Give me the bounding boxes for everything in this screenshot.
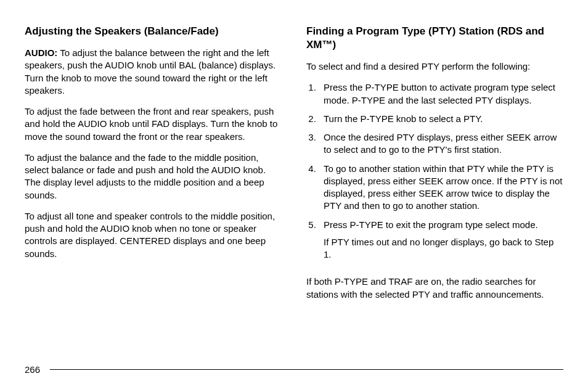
right-column: Finding a Program Type (PTY) Station (RD… — [306, 25, 563, 357]
left-para-1: AUDIO: To adjust the balance between the… — [25, 47, 282, 97]
right-intro: To select and find a desired PTY perform… — [306, 60, 563, 73]
step-sub: If PTY times out and no longer displays,… — [324, 236, 563, 261]
step-text: Once the desired PTY displays, press eit… — [324, 132, 557, 155]
page-number: 266 — [25, 364, 40, 375]
page-footer: 266 — [25, 364, 563, 375]
audio-label: AUDIO: — [25, 47, 57, 58]
right-heading: Finding a Program Type (PTY) Station (RD… — [306, 25, 563, 52]
right-outro: If both P-TYPE and TRAF are on, the radi… — [306, 276, 563, 301]
left-para-3: To adjust the balance and the fade to th… — [25, 152, 282, 202]
content-area: Adjusting the Speakers (Balance/Fade) AU… — [25, 25, 563, 357]
list-item: To go to another station within that PTY… — [319, 163, 563, 213]
list-item: Once the desired PTY displays, press eit… — [319, 131, 563, 157]
list-item: Turn the P-TYPE knob to select a PTY. — [319, 113, 563, 125]
left-column: Adjusting the Speakers (Balance/Fade) AU… — [25, 25, 282, 357]
step-text: Press P-TYPE to exit the program type se… — [324, 219, 538, 230]
step-text: Turn the P-TYPE knob to select a PTY. — [324, 113, 483, 124]
footer-line — [50, 369, 563, 370]
list-item: Press the P-TYPE button to activate prog… — [319, 81, 563, 107]
left-para-4: To adjust all tone and speaker controls … — [25, 210, 282, 260]
step-text: Press the P-TYPE button to activate prog… — [324, 82, 555, 105]
steps-list: Press the P-TYPE button to activate prog… — [319, 81, 563, 267]
left-heading: Adjusting the Speakers (Balance/Fade) — [25, 25, 282, 38]
left-para-2: To adjust the fade between the front and… — [25, 105, 282, 143]
list-item: Press P-TYPE to exit the program type se… — [319, 219, 563, 261]
left-para-1-text: To adjust the balance between the right … — [25, 47, 276, 96]
step-text: To go to another station within that PTY… — [324, 163, 562, 211]
